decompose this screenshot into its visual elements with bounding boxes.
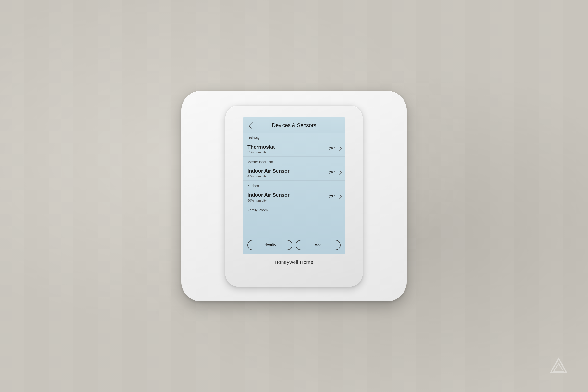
- device-temp-master-sensor: 75°: [329, 170, 335, 176]
- backplate-outer: Devices & Sensors Hallway Thermostat 51%…: [181, 91, 407, 302]
- device-detail-thermostat: 51% humidity: [247, 150, 329, 154]
- device-housing: Devices & Sensors Hallway Thermostat 51%…: [225, 106, 363, 287]
- add-button[interactable]: Add: [296, 240, 341, 250]
- device-detail-kitchen-sensor: 50% humidity: [247, 198, 329, 202]
- device-name-kitchen-sensor: Indoor Air Sensor: [247, 192, 329, 198]
- device-temp-kitchen-sensor: 73°: [329, 194, 335, 200]
- device-row-kitchen-sensor[interactable]: Indoor Air Sensor 50% humidity 73°: [243, 189, 345, 205]
- device-info-thermostat: Thermostat 51% humidity: [247, 144, 329, 154]
- brand-label: Honeywell Home: [275, 260, 313, 265]
- screen-header: Devices & Sensors: [243, 117, 345, 133]
- device-name-thermostat: Thermostat: [247, 144, 329, 150]
- screen-footer: Identify Add: [243, 236, 345, 254]
- chevron-right-icon-thermostat: [337, 147, 342, 151]
- thermostat-screen: Devices & Sensors Hallway Thermostat 51%…: [243, 117, 345, 254]
- screen-title: Devices & Sensors: [257, 122, 331, 128]
- device-row-master-sensor[interactable]: Indoor Air Sensor 47% humidity 75°: [243, 165, 345, 181]
- device-name-master-sensor: Indoor Air Sensor: [247, 168, 329, 174]
- device-row-thermostat[interactable]: Thermostat 51% humidity 75°: [243, 141, 345, 157]
- identify-button[interactable]: Identify: [247, 240, 292, 250]
- device-info-master-sensor: Indoor Air Sensor 47% humidity: [247, 168, 329, 178]
- chevron-right-icon-master-sensor: [337, 171, 342, 175]
- verge-logo: [549, 357, 568, 377]
- svg-marker-0: [551, 359, 566, 372]
- back-chevron-icon: [249, 122, 255, 128]
- device-detail-master-sensor: 47% humidity: [247, 174, 329, 178]
- brand-name: Honeywell: [275, 260, 298, 265]
- device-temp-thermostat: 75°: [329, 146, 335, 152]
- screen-content: Hallway Thermostat 51% humidity 75° Mast…: [243, 133, 345, 236]
- back-button[interactable]: [247, 122, 255, 129]
- chevron-right-icon-kitchen-sensor: [337, 195, 342, 199]
- section-label-master-bedroom: Master Bedroom: [243, 157, 345, 165]
- section-label-family-room: Family Room: [243, 205, 345, 213]
- device-info-kitchen-sensor: Indoor Air Sensor 50% humidity: [247, 192, 329, 202]
- section-label-kitchen: Kitchen: [243, 181, 345, 189]
- brand-suffix: Home: [298, 260, 313, 265]
- section-label-hallway: Hallway: [243, 133, 345, 141]
